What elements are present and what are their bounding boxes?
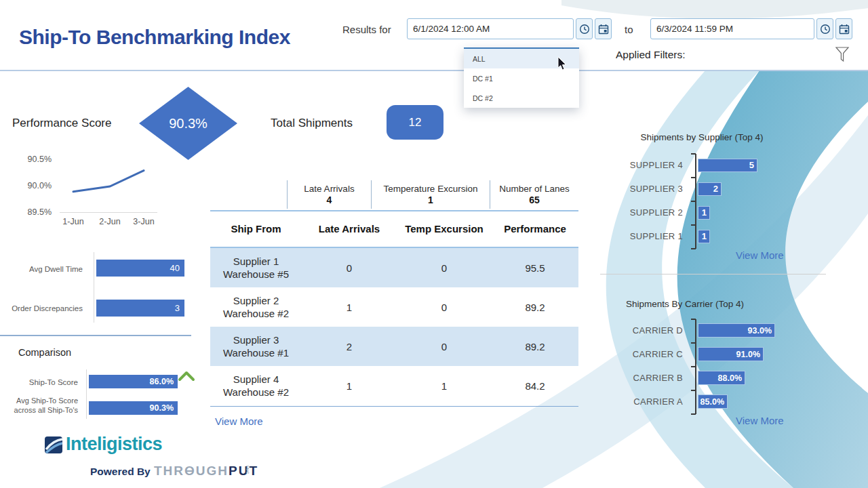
trend-xtick: 2-Jun — [94, 217, 125, 226]
calendar-button-to[interactable] — [835, 18, 852, 39]
dropdown-item-dc2[interactable]: DC #2 — [464, 88, 579, 108]
page-title: Ship-To Benchmarking Index — [19, 26, 290, 49]
table-cell: Supplier 4 Warehouse #2 — [210, 373, 302, 399]
throughput-brand: THROUGHPUT — [154, 464, 258, 479]
temperature-excursion-kpi: Temperature Excursion 1 — [371, 180, 490, 209]
date-from-group — [407, 18, 612, 39]
bar-value: 2 — [713, 184, 718, 194]
bar-value: 91.0% — [736, 350, 760, 359]
brand-o-glyph: O — [184, 464, 196, 479]
date-from-input[interactable] — [407, 18, 574, 39]
col-header-late-arrivals: Late Arrivals — [302, 214, 397, 245]
table-body: Supplier 1 Warehouse #50095.5Supplier 2 … — [210, 248, 578, 405]
supplier-bar[interactable]: 5 — [698, 159, 757, 172]
table-row[interactable]: Supplier 4 Warehouse #21184.2 — [210, 366, 578, 405]
table-cell: 1 — [302, 380, 397, 392]
mouse-cursor — [557, 57, 568, 71]
bar-value: 85.0% — [701, 397, 724, 407]
supplier-bar[interactable]: 2 — [698, 182, 722, 196]
table-cell: 2 — [302, 341, 397, 352]
table-cell: 1 — [302, 302, 397, 313]
supplier-bar-row: SUPPLIER 4 5 — [600, 153, 844, 177]
comparison-title: Comparison — [18, 347, 71, 358]
number-of-lanes-kpi: Number of Lanes 65 — [490, 180, 578, 209]
dropdown-item-dc1[interactable]: DC #1 — [464, 68, 579, 88]
calendar-icon — [839, 24, 850, 35]
metric-bar[interactable]: 3 — [96, 300, 184, 317]
calendar-button-from[interactable] — [595, 18, 612, 39]
filter-icon[interactable] — [835, 46, 850, 64]
comparison-value: 90.3% — [150, 403, 174, 413]
carrier-bar[interactable]: 93.0% — [698, 323, 775, 338]
trend-axis — [60, 212, 157, 213]
trend-ytick: 90.5% — [19, 155, 52, 164]
supplier-bar-row: SUPPLIER 2 1 — [600, 201, 844, 224]
carrier-view-more-link[interactable]: View More — [736, 415, 784, 426]
clock-icon — [820, 24, 831, 35]
table-cell: 1 — [397, 380, 492, 392]
supplier-chart-title: Shipments by Supplier (Top 4) — [600, 132, 804, 142]
metric-value: 40 — [170, 263, 180, 273]
supplier-bar-row: SUPPLIER 1 1 — [600, 224, 844, 248]
total-shipments-value: 12 — [409, 116, 422, 129]
table-cell: 0 — [397, 341, 492, 352]
bar-value: 93.0% — [748, 326, 772, 336]
table-row[interactable]: Supplier 3 Warehouse #12089.2 — [210, 327, 578, 366]
inteligistics-logo-icon — [45, 436, 63, 454]
late-arrivals-kpi: Late Arrivals 4 — [287, 180, 371, 209]
bar-value: 88.0% — [718, 373, 742, 383]
table-row[interactable]: Supplier 2 Warehouse #21089.2 — [210, 287, 578, 327]
carrier-bar[interactable]: 91.0% — [698, 347, 764, 361]
total-shipments-card: 12 — [387, 105, 443, 140]
header-divider — [0, 70, 868, 71]
table-cell: 0 — [397, 302, 492, 313]
table-cell: Supplier 2 Warehouse #2 — [210, 294, 302, 321]
kpi-label: Temperature Excursion — [384, 184, 478, 194]
table-cell: 95.5 — [492, 262, 578, 274]
col-header-performance: Performance — [492, 214, 578, 245]
table-cell: 0 — [302, 262, 397, 274]
carrier-label: CARRIER C — [600, 349, 690, 359]
supplier-bar[interactable]: 1 — [698, 206, 710, 220]
date-to-input[interactable] — [650, 18, 814, 39]
comparison-label: Ship-To Score — [0, 378, 78, 387]
results-for-label: Results for — [342, 24, 391, 35]
inteligistics-logo-text: Inteligistics — [66, 434, 162, 455]
clock-button-from[interactable] — [576, 18, 593, 39]
calendar-icon — [598, 24, 609, 35]
powered-by-label: Powered By — [90, 466, 151, 478]
metric-value: 3 — [175, 303, 180, 313]
brand-inc-label: INC — [245, 466, 250, 474]
performance-score-label: Performance Score — [12, 117, 111, 130]
clock-button-to[interactable] — [816, 18, 833, 39]
page-root: { "colors": { "accent": "#4472C4", "navy… — [0, 0, 868, 488]
comparison-bar[interactable]: 86.0% — [89, 375, 178, 388]
trend-ytick: 89.5% — [19, 207, 52, 217]
date-to-group — [650, 18, 852, 39]
carrier-bar[interactable]: 88.0% — [698, 371, 745, 385]
col-header-ship-from: Ship From — [210, 214, 302, 245]
carrier-label: CARRIER D — [600, 325, 690, 336]
supplier-bar[interactable]: 1 — [698, 230, 710, 243]
kpi-label: Number of Lanes — [499, 184, 570, 194]
carrier-label: CARRIER B — [600, 373, 690, 383]
supplier-label: SUPPLIER 3 — [600, 184, 690, 194]
carrier-chart-title: Shipments By Carrier (Top 4) — [583, 299, 787, 309]
comparison-bar[interactable]: 90.3% — [89, 401, 178, 415]
applied-filters-label: Applied Filters: — [616, 49, 686, 61]
metric-label: Avg Dwell Time — [0, 264, 83, 274]
kpi-value: 1 — [428, 195, 433, 205]
table-cell: 0 — [397, 262, 492, 274]
table-cell: 89.2 — [492, 302, 578, 313]
total-shipments-label: Total Shipments — [271, 117, 353, 130]
table-cell: 84.2 — [492, 380, 578, 392]
table-row[interactable]: Supplier 1 Warehouse #50095.5 — [210, 248, 578, 287]
right-divider — [600, 274, 826, 274]
carrier-bar[interactable]: 85.0% — [698, 394, 728, 409]
performance-score-value: 90.3% — [139, 87, 237, 160]
carrier-label: CARRIER A — [600, 396, 690, 407]
table-view-more-link[interactable]: View More — [215, 415, 263, 427]
supplier-view-more-link[interactable]: View More — [736, 249, 784, 261]
carrier-bar-row: CARRIER D 93.0% — [600, 319, 844, 342]
metric-bar[interactable]: 40 — [96, 260, 184, 277]
